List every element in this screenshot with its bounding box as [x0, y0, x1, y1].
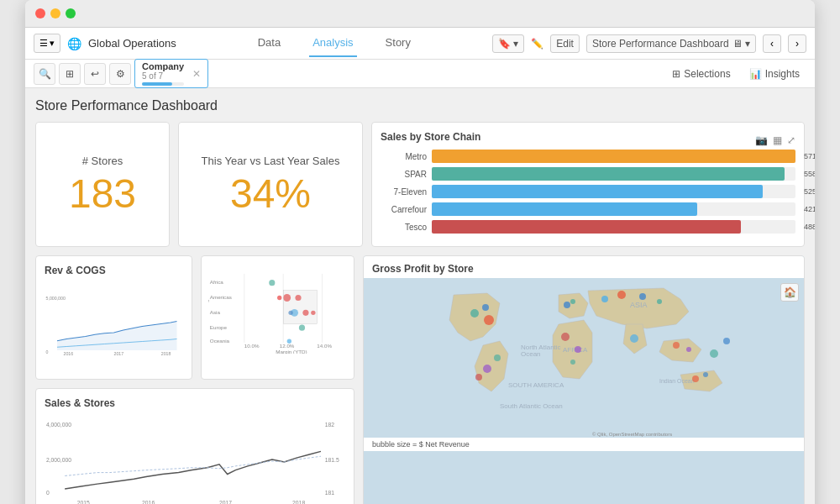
- svg-text:0: 0: [46, 490, 50, 496]
- right-charts: Gross Profit by Store 🏠: [363, 255, 805, 504]
- svg-text:SOUTH AMERICA: SOUTH AMERICA: [508, 381, 564, 389]
- monitor-icon: 🖥 ▾: [732, 38, 750, 50]
- svg-text:2,000,000: 2,000,000: [46, 457, 71, 463]
- svg-point-28: [287, 339, 291, 344]
- gross-profit-map: Gross Profit by Store 🏠: [363, 255, 805, 504]
- svg-point-49: [482, 304, 489, 311]
- rev-cogs-title: Rev & COGS: [45, 265, 183, 276]
- svg-point-27: [299, 325, 305, 331]
- svg-text:Europe: Europe: [210, 324, 228, 330]
- svg-text:Americas: Americas: [210, 294, 232, 300]
- map-title: Gross Profit by Store: [364, 256, 804, 278]
- svg-text:181: 181: [325, 490, 335, 496]
- svg-point-64: [673, 342, 680, 349]
- svg-point-50: [484, 315, 494, 325]
- map-area: 🏠: [364, 278, 804, 438]
- map-caption: bubble size = $ Net Revenue: [364, 438, 804, 451]
- svg-text:2017: 2017: [219, 500, 232, 504]
- scatter-card: Africa Americas Asia Europe Oceania Regi…: [201, 255, 354, 380]
- hamburger-icon: ☰: [39, 38, 48, 49]
- app-name: Global Operations: [88, 37, 176, 50]
- filter-close-icon[interactable]: ✕: [192, 68, 201, 80]
- company-filter-name: Company: [142, 61, 184, 71]
- svg-point-63: [630, 334, 638, 343]
- svg-point-52: [483, 365, 491, 373]
- svg-text:181.5: 181.5: [325, 457, 339, 463]
- svg-point-58: [570, 360, 575, 365]
- tab-data[interactable]: Data: [255, 29, 284, 57]
- bar-chart-card: Sales by Store Chain 📷 ▦ ⤢ Metro 571.19k: [371, 122, 805, 247]
- bookmark-btn[interactable]: 🔖 ▾: [492, 34, 524, 53]
- selections-btn[interactable]: ⊞ Selections: [665, 66, 737, 82]
- top-row: # Stores 183 This Year vs Last Year Sale…: [35, 122, 805, 247]
- close-btn[interactable]: [35, 8, 45, 18]
- svg-marker-5: [57, 322, 177, 351]
- svg-text:Ocean: Ocean: [521, 350, 541, 358]
- expand-icon[interactable]: ⤢: [787, 134, 795, 146]
- nav-tabs: Data Analysis Story: [176, 29, 492, 57]
- tab-analysis[interactable]: Analysis: [309, 29, 356, 57]
- minimize-btn[interactable]: [50, 8, 60, 18]
- settings-btn[interactable]: ⚙: [109, 63, 131, 85]
- insights-btn[interactable]: 📊 Insights: [743, 66, 806, 82]
- title-bar: [25, 0, 815, 28]
- nav-back-btn[interactable]: ‹: [763, 34, 781, 53]
- dashboard-selector[interactable]: Store Performance Dashboard 🖥 ▾: [586, 34, 756, 53]
- svg-point-53: [475, 374, 482, 381]
- bar-row-carrefour: Carrefour 421.15k: [381, 202, 795, 216]
- chart-icon: 📊: [749, 68, 762, 80]
- map-home-btn[interactable]: 🏠: [780, 283, 799, 302]
- svg-point-19: [269, 280, 275, 286]
- svg-point-67: [723, 338, 730, 344]
- svg-text:Oceania: Oceania: [210, 338, 230, 344]
- zoom-btn[interactable]: 🔍: [34, 63, 55, 85]
- page-title: Store Performance Dashboard: [35, 98, 805, 113]
- chart-options-icon[interactable]: ▦: [773, 134, 782, 146]
- bar-chart: Metro 571.19k SPAR 558.38k: [381, 150, 795, 234]
- sales-label: This Year vs Last Year Sales: [202, 155, 340, 167]
- back-btn[interactable]: ↩: [84, 63, 106, 85]
- svg-point-56: [561, 333, 570, 341]
- globe-icon: 🌐: [67, 37, 81, 50]
- svg-text:South Atlantic Ocean: South Atlantic Ocean: [500, 402, 563, 410]
- sales-stores-chart: 4,000,000 2,000,000 0 182 181.5 181 2015…: [45, 416, 345, 504]
- svg-point-62: [657, 299, 662, 304]
- svg-text:© Qlik, OpenStreetMap contribu: © Qlik, OpenStreetMap contributors: [592, 432, 672, 437]
- svg-text:2018: 2018: [161, 351, 171, 356]
- company-filter[interactable]: Company 5 of 7 ✕: [134, 59, 208, 88]
- toolbar-right: ⊞ Selections 📊 Insights: [665, 66, 806, 82]
- svg-point-60: [617, 291, 626, 299]
- pencil-icon: ✏️: [531, 38, 543, 50]
- svg-rect-29: [283, 291, 317, 324]
- svg-text:Region: Region: [208, 292, 209, 309]
- world-map-svg: North Atlantic Ocean SOUTH AMERICA South…: [364, 278, 804, 438]
- svg-text:ASIA: ASIA: [630, 301, 648, 309]
- svg-point-69: [703, 372, 708, 377]
- svg-text:2016: 2016: [142, 500, 155, 504]
- svg-text:0: 0: [46, 349, 49, 354]
- sales-stores-title: Sales & Stores: [45, 397, 345, 409]
- stores-kpi: # Stores 183: [35, 122, 170, 247]
- company-filter-count: 5 of 7: [142, 71, 184, 81]
- maximize-btn[interactable]: [66, 8, 76, 18]
- dashboard-name: Store Performance Dashboard: [592, 38, 729, 50]
- menu-button[interactable]: ☰ ▾: [34, 34, 60, 53]
- sales-kpi: This Year vs Last Year Sales 34%: [178, 122, 363, 247]
- nav-forward-btn[interactable]: ›: [788, 34, 806, 53]
- edit-btn[interactable]: Edit: [550, 34, 580, 53]
- chevron-down-icon: ▾: [50, 38, 55, 49]
- camera-icon[interactable]: 📷: [755, 134, 768, 146]
- svg-text:10.0%: 10.0%: [244, 343, 260, 349]
- rev-cogs-chart: 5,000,000 0 2016 2017 2018: [45, 283, 183, 367]
- nav-right: 🔖 ▾ ✏️ Edit Store Performance Dashboard …: [492, 34, 806, 53]
- svg-point-66: [710, 349, 718, 358]
- select-btn[interactable]: ⊞: [59, 63, 81, 85]
- svg-text:5,000,000: 5,000,000: [46, 296, 66, 301]
- svg-point-65: [686, 347, 691, 352]
- toolbar: 🔍 ⊞ ↩ ⚙ Company 5 of 7 ✕ ⊞ Selections 📊 …: [25, 60, 815, 88]
- svg-text:182: 182: [325, 422, 335, 428]
- tab-story[interactable]: Story: [382, 29, 414, 57]
- sales-stores-card: Sales & Stores 4,000,000 2,000,000 0 182…: [35, 388, 354, 504]
- svg-text:Africa: Africa: [210, 279, 223, 285]
- svg-point-68: [692, 375, 699, 382]
